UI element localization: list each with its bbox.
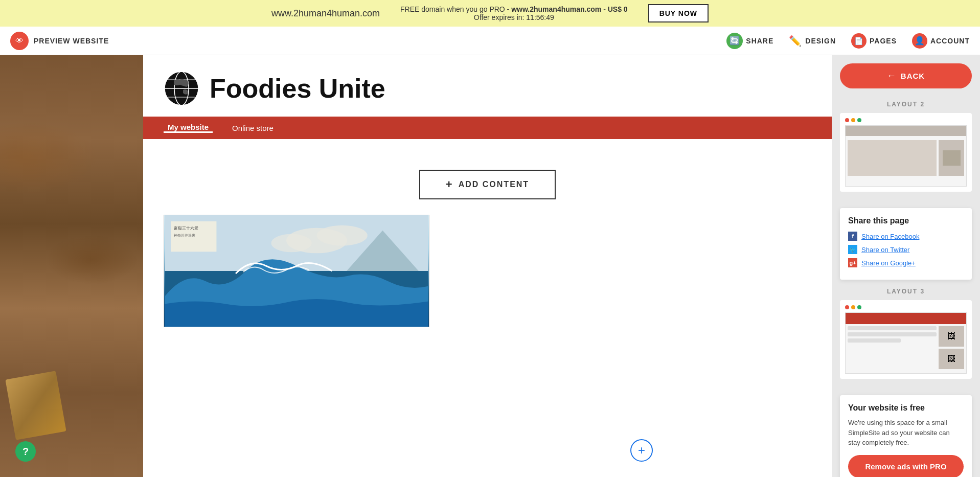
layout-2-preview xyxy=(845,125,967,187)
promo-offer-price: - US$ 0 xyxy=(603,5,627,13)
remove-ads-button[interactable]: Remove ads with PRO xyxy=(848,455,964,478)
buy-now-button[interactable]: BUY NOW xyxy=(648,4,709,22)
share-twitter-item[interactable]: 🐦 Share on Twitter xyxy=(848,245,964,254)
promo-offer-text: FREE domain when you go PRO - xyxy=(400,5,509,13)
nav-left: 👁 PREVIEW WEBSITE xyxy=(10,32,109,50)
add-content-label: ADD CONTENT xyxy=(459,180,529,189)
left-sidebar: ? xyxy=(0,55,143,477)
plus-icon: + xyxy=(446,178,453,191)
design-nav-item[interactable]: ✏️ DESIGN xyxy=(789,35,836,47)
share-facebook-item[interactable]: f Share on Facebook xyxy=(848,232,964,241)
pages-label: PAGES xyxy=(870,37,897,45)
add-circle-button[interactable]: + xyxy=(630,439,653,462)
pages-icon: 📄 xyxy=(851,33,867,49)
promo-bar: www.2human4human.com FREE domain when yo… xyxy=(0,0,980,27)
free-description: We're using this space for a small Simpl… xyxy=(848,418,964,448)
share-icon: 🔄 xyxy=(726,33,743,49)
back-button[interactable]: ← BACK xyxy=(840,63,972,88)
svg-text:富嶽三十六景: 富嶽三十六景 xyxy=(174,226,198,231)
promo-expires-label: Offer expires in: xyxy=(474,13,525,21)
eye-icon: 👁 xyxy=(10,32,29,50)
center-content: Foodies Unite My website Online store + … xyxy=(143,55,832,477)
layout-3-card[interactable]: 🖼 🖼 xyxy=(840,300,972,379)
nav-right: 🔄 SHARE ✏️ DESIGN 📄 PAGES 👤 ACCOUNT xyxy=(726,33,970,49)
website-header: Foodies Unite xyxy=(143,55,832,117)
svg-text:神奈川沖浪裏: 神奈川沖浪裏 xyxy=(174,234,195,238)
share-nav-item[interactable]: 🔄 SHARE xyxy=(726,33,773,49)
promo-offer-domain: www.2human4human.com xyxy=(511,5,601,13)
lp3-image-1: 🖼 xyxy=(939,326,964,347)
layout-2-label: LAYOUT 2 xyxy=(840,101,972,108)
layout-3-label: LAYOUT 3 xyxy=(840,288,972,295)
back-label: BACK xyxy=(901,72,925,80)
layout-2-section: LAYOUT 2 xyxy=(832,97,980,204)
share-facebook-link[interactable]: Share on Facebook xyxy=(861,233,919,240)
googleplus-icon: g+ xyxy=(848,258,857,267)
nav-bar: 👁 PREVIEW WEBSITE 🔄 SHARE ✏️ DESIGN 📄 PA… xyxy=(0,27,980,55)
lp3-image-2: 🖼 xyxy=(939,349,964,369)
lp3-text-3 xyxy=(848,338,901,343)
design-label: DESIGN xyxy=(805,37,836,45)
layout-2-card[interactable] xyxy=(840,113,972,192)
main-layout: ? Foodies Unite My website Online store xyxy=(0,55,980,477)
free-title: Your website is free xyxy=(848,403,964,413)
svg-point-8 xyxy=(317,225,368,246)
back-arrow-icon: ← xyxy=(887,71,897,81)
dot-red xyxy=(845,118,849,122)
help-button[interactable]: ? xyxy=(15,441,36,462)
lp3-left xyxy=(848,326,937,369)
add-content-button[interactable]: + ADD CONTENT xyxy=(419,170,556,199)
facebook-icon: f xyxy=(848,232,857,241)
share-panel: Share this page f Share on Facebook 🐦 Sh… xyxy=(840,208,972,280)
lp3-right: 🖼 🖼 xyxy=(939,326,964,369)
right-panel: ← BACK LAYOUT 2 xyxy=(832,55,980,477)
promo-domain: www.2human4human.com xyxy=(271,8,380,19)
promo-offer: FREE domain when you go PRO - www.2human… xyxy=(400,5,628,21)
dot-red xyxy=(845,305,849,309)
twitter-icon: 🐦 xyxy=(848,245,857,254)
site-nav-my-website[interactable]: My website xyxy=(164,123,213,133)
dot-yellow xyxy=(851,305,855,309)
share-title: Share this page xyxy=(848,216,964,225)
wave-svg: 富嶽三十六景 神奈川沖浪裏 xyxy=(164,215,429,327)
account-icon: 👤 xyxy=(912,33,927,49)
site-title: Foodies Unite xyxy=(210,73,385,104)
share-label: SHARE xyxy=(746,37,773,45)
lp2-text-block xyxy=(848,140,937,176)
lp3-body: 🖼 🖼 xyxy=(846,324,966,371)
lp2-img-placeholder xyxy=(943,150,961,166)
svg-point-9 xyxy=(271,234,311,253)
dot-green xyxy=(857,118,861,122)
share-twitter-link[interactable]: Share on Twitter xyxy=(861,246,909,254)
layout-3-dots xyxy=(845,305,967,309)
content-area: + ADD CONTENT xyxy=(143,139,832,477)
account-nav-item[interactable]: 👤 ACCOUNT xyxy=(912,33,970,49)
lp2-image-block xyxy=(939,140,964,176)
pages-nav-item[interactable]: 📄 PAGES xyxy=(851,33,897,49)
share-googleplus-link[interactable]: Share on Google+ xyxy=(861,259,916,267)
dot-green xyxy=(857,305,861,309)
design-icon: ✏️ xyxy=(789,35,802,47)
share-googleplus-item[interactable]: g+ Share on Google+ xyxy=(848,258,964,267)
dot-yellow xyxy=(851,118,855,122)
site-nav-online-store[interactable]: Online store xyxy=(228,124,278,132)
promo-timer: 11:56:49 xyxy=(526,13,554,21)
wave-image: 富嶽三十六景 神奈川沖浪裏 xyxy=(164,215,429,327)
account-label: ACCOUNT xyxy=(930,37,970,45)
globe-icon xyxy=(164,71,199,106)
layout-3-section: LAYOUT 3 🖼 xyxy=(832,284,980,391)
lp3-text-1 xyxy=(848,326,937,330)
lp3-header xyxy=(846,313,966,324)
preview-website-label[interactable]: PREVIEW WEBSITE xyxy=(34,37,109,45)
lp2-header xyxy=(846,126,966,136)
layout-3-preview: 🖼 🖼 xyxy=(845,312,967,374)
lp3-text-2 xyxy=(848,332,937,336)
free-website-panel: Your website is free We're using this sp… xyxy=(840,395,972,477)
layout-card-dots xyxy=(845,118,967,122)
lp2-body xyxy=(846,138,966,178)
site-nav: My website Online store xyxy=(143,117,832,139)
artifact-decoration xyxy=(5,371,66,440)
